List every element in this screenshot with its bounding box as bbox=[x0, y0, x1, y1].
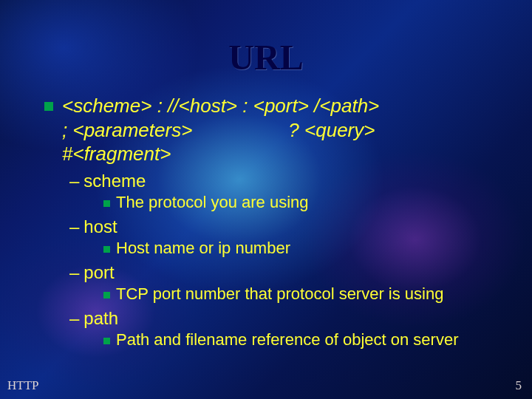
item-term: path bbox=[83, 308, 118, 328]
item-port: –port bbox=[44, 262, 502, 283]
dash-icon: – bbox=[69, 262, 79, 282]
template-line: ; <parameters> ? <query> bbox=[44, 118, 502, 143]
slide: URL <scheme> : //<host> : <port> /<path>… bbox=[0, 0, 532, 399]
item-desc: Path and filename reference of object on… bbox=[116, 330, 459, 349]
dash-icon: – bbox=[69, 216, 79, 236]
template-line-2: ; <parameters> ? <query> bbox=[62, 119, 375, 141]
template-line-1: <scheme> : //<host> : <port> /<path> bbox=[62, 95, 379, 117]
item-scheme-desc: The protocol you are using bbox=[44, 193, 502, 212]
template-line-3: #<fragment> bbox=[62, 143, 171, 165]
square-bullet-icon bbox=[44, 102, 53, 111]
dash-icon: – bbox=[69, 308, 79, 328]
footer-topic: HTTP bbox=[7, 378, 39, 393]
template-line: <scheme> : //<host> : <port> /<path> bbox=[44, 94, 502, 118]
slide-content: <scheme> : //<host> : <port> /<path> ; <… bbox=[0, 78, 532, 349]
item-term: port bbox=[83, 262, 114, 282]
item-path: –path bbox=[44, 308, 502, 329]
square-bullet-icon bbox=[103, 246, 110, 253]
square-bullet-icon bbox=[103, 338, 110, 344]
dash-icon: – bbox=[69, 171, 79, 191]
item-desc: The protocol you are using bbox=[116, 193, 309, 211]
item-term: scheme bbox=[83, 171, 146, 191]
square-bullet-icon bbox=[103, 200, 110, 207]
page-number: 5 bbox=[516, 378, 522, 393]
item-desc: TCP port number that protocol server is … bbox=[116, 284, 443, 303]
item-port-desc: TCP port number that protocol server is … bbox=[44, 284, 502, 304]
square-bullet-icon bbox=[103, 292, 110, 299]
template-line: #<fragment> bbox=[44, 142, 502, 166]
item-host-desc: Host name or ip number bbox=[44, 239, 502, 258]
item-desc: Host name or ip number bbox=[116, 239, 290, 257]
item-host: –host bbox=[44, 216, 502, 237]
item-scheme: –scheme bbox=[44, 171, 502, 191]
slide-title: URL bbox=[0, 0, 532, 78]
item-term: host bbox=[83, 216, 117, 236]
url-template-block: <scheme> : //<host> : <port> /<path> ; <… bbox=[44, 94, 502, 166]
item-path-desc: Path and filename reference of object on… bbox=[44, 330, 502, 349]
